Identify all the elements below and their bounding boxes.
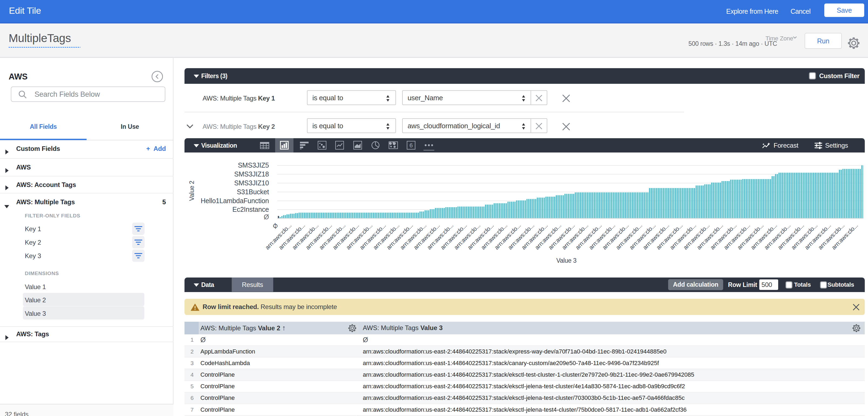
svg-text:Ø: Ø	[271, 222, 279, 230]
svg-text:S31Bucket: S31Bucket	[237, 188, 269, 196]
svg-text:Hello1LambdaFunction: Hello1LambdaFunction	[201, 197, 269, 205]
svg-text:Value 3: Value 3	[556, 257, 577, 264]
svg-text:Value 2: Value 2	[188, 181, 195, 201]
svg-text:Ø: Ø	[264, 213, 269, 221]
svg-text:Ec2Instance: Ec2Instance	[232, 206, 269, 213]
svg-text:SMS3JIZ18: SMS3JIZ18	[234, 170, 269, 178]
svg-text:6: 6	[409, 142, 413, 149]
svg-text:SMS3JIZ10: SMS3JIZ10	[234, 179, 269, 187]
svg-text:SMS3JIZ5: SMS3JIZ5	[238, 162, 269, 169]
